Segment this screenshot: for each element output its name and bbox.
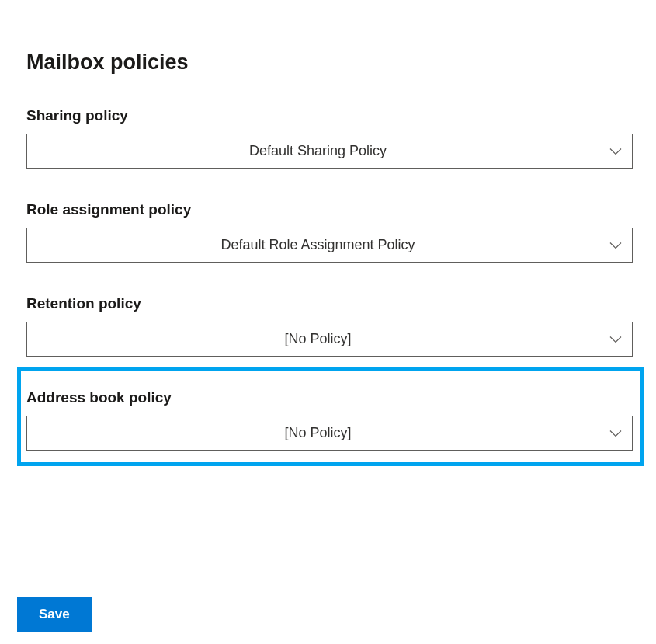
sharing-policy-label: Sharing policy — [26, 107, 634, 124]
sharing-policy-group: Sharing policy Default Sharing Policy — [26, 107, 634, 169]
save-button[interactable]: Save — [17, 597, 92, 632]
retention-policy-group: Retention policy [No Policy] — [26, 295, 634, 357]
retention-policy-select-wrapper: [No Policy] — [26, 322, 633, 357]
role-assignment-policy-group: Role assignment policy Default Role Assi… — [26, 201, 634, 263]
retention-policy-label: Retention policy — [26, 295, 634, 312]
address-book-policy-label: Address book policy — [26, 389, 634, 406]
address-book-policy-group: Address book policy [No Policy] — [26, 389, 634, 451]
role-assignment-policy-select[interactable]: Default Role Assignment Policy — [26, 228, 633, 263]
sharing-policy-select[interactable]: Default Sharing Policy — [26, 134, 633, 169]
page-title: Mailbox policies — [26, 50, 634, 75]
retention-policy-select[interactable]: [No Policy] — [26, 322, 633, 357]
address-book-policy-select-wrapper: [No Policy] — [26, 416, 633, 451]
role-assignment-policy-label: Role assignment policy — [26, 201, 634, 218]
sharing-policy-select-wrapper: Default Sharing Policy — [26, 134, 633, 169]
role-assignment-policy-select-wrapper: Default Role Assignment Policy — [26, 228, 633, 263]
address-book-policy-select[interactable]: [No Policy] — [26, 416, 633, 451]
